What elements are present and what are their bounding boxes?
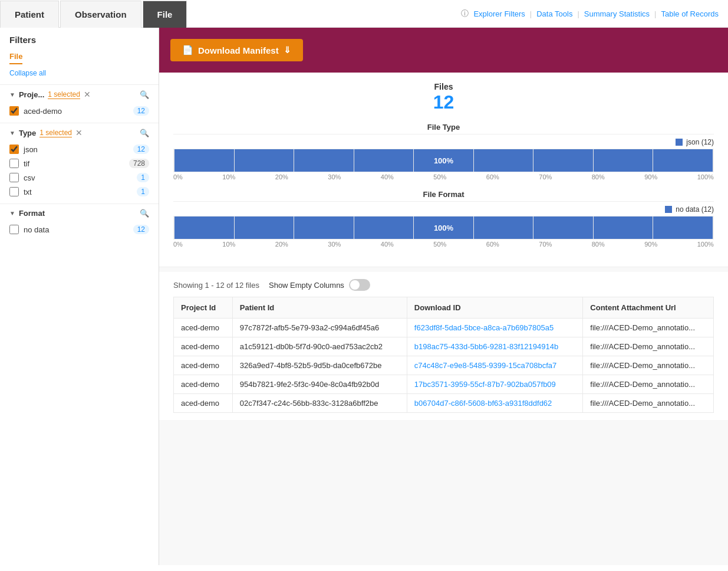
format-checkbox-no-data[interactable]: [9, 225, 19, 234]
cell-download-id[interactable]: 17bc3571-3959-55cf-87b7-902ba057fb09: [407, 375, 582, 394]
cell-project-id: aced-demo: [174, 394, 233, 413]
collapse-all-link[interactable]: Collapse all: [0, 67, 159, 80]
format-search-icon[interactable]: 🔍: [140, 209, 149, 218]
show-empty-toggle[interactable]: [349, 279, 370, 291]
file-format-chart: File Format no data (12): [173, 190, 714, 248]
separator-3: |: [654, 9, 656, 18]
project-checkbox-aced-demo[interactable]: [9, 106, 19, 116]
cell-project-id: aced-demo: [174, 319, 233, 337]
file-type-legend: json (12): [173, 138, 714, 146]
separator-1: |: [530, 9, 532, 18]
file-format-legend-text: no data (12): [676, 205, 714, 214]
cell-project-id: aced-demo: [174, 375, 233, 394]
cell-patient-id: a1c59121-db0b-5f7d-90c0-aed753ac2cb2: [232, 337, 407, 356]
show-empty-label-text: Show Empty Columns: [269, 281, 344, 290]
type-checkbox-csv[interactable]: [9, 173, 19, 182]
download-arrow-icon: ⇓: [284, 45, 291, 55]
format-count-no-data: 12: [133, 225, 149, 234]
file-type-legend-dot: [676, 139, 683, 146]
file-type-title: File Type: [173, 123, 714, 134]
format-filter-header[interactable]: ▼ Format 🔍: [9, 209, 149, 218]
type-count-json: 12: [133, 145, 149, 154]
show-empty-toggle-wrapper: Show Empty Columns: [269, 279, 370, 291]
project-search-icon[interactable]: 🔍: [140, 90, 149, 99]
type-count-txt: 1: [137, 187, 149, 196]
sidebar-title: Filters: [0, 35, 159, 50]
file-format-bar-wrap: 100% 0% 10% 20% 30% 40% 50% 60% 70% 80% …: [173, 216, 714, 248]
col-header-project-id: Project Id: [174, 297, 233, 319]
cell-project-id: aced-demo: [174, 356, 233, 375]
type-label-csv: csv: [24, 173, 132, 182]
file-format-legend-dot: [665, 206, 672, 213]
table-row: aced-demo 02c7f347-c24c-56bb-833c-3128a6…: [174, 394, 714, 413]
type-chevron-icon: ▼: [9, 130, 15, 136]
cell-patient-id: 97c7872f-afb5-5e79-93a2-c994a6df45a6: [232, 319, 407, 337]
download-manifest-button[interactable]: 📄 Download Manifest ⇓: [170, 39, 303, 61]
nav-link-table-of-records[interactable]: Table of Records: [661, 9, 719, 18]
table-row: aced-demo 326a9ed7-4bf8-52b5-9d5b-da0cef…: [174, 356, 714, 375]
table-row: aced-demo a1c59121-db0b-5f7d-90c0-aed753…: [174, 337, 714, 356]
format-label-no-data: no data: [24, 225, 129, 234]
project-filter-label: Proje...: [19, 90, 44, 99]
file-format-axis: 0% 10% 20% 30% 40% 50% 60% 70% 80% 90% 1…: [173, 241, 714, 248]
cell-patient-id: 954b7821-9fe2-5f3c-940e-8c0a4fb92b0d: [232, 375, 407, 394]
manifest-button-label: Download Manifest: [198, 45, 279, 55]
format-filter-item-no-data: no data 12: [9, 222, 149, 237]
type-filter-item-json: json 12: [9, 142, 149, 156]
tab-patient[interactable]: Patient: [0, 1, 59, 28]
type-count-tif: 728: [129, 159, 149, 168]
project-filter-item-aced-demo: aced-demo 12: [9, 104, 149, 118]
project-count-aced-demo: 12: [133, 106, 149, 116]
cell-content-url: file:///ACED-Demo_annotatio...: [583, 319, 714, 337]
top-nav-links: ⓘ Explorer Filters | Data Tools | Summar…: [461, 8, 728, 19]
files-label: Files: [173, 82, 714, 91]
col-header-patient-id: Patient Id: [232, 297, 407, 319]
cell-download-id[interactable]: c74c48c7-e9e8-5485-9399-15ca708bcfa7: [407, 356, 582, 375]
nav-link-summary-statistics[interactable]: Summary Statistics: [584, 9, 650, 18]
stats-panel: Files 12 File Type json (12): [159, 73, 728, 267]
type-count-csv: 1: [137, 173, 149, 182]
separator-2: |: [577, 9, 579, 18]
cell-content-url: file:///ACED-Demo_annotatio...: [583, 394, 714, 413]
format-chevron-icon: ▼: [9, 210, 15, 216]
project-label-aced-demo: aced-demo: [24, 107, 129, 116]
type-checkbox-txt[interactable]: [9, 187, 19, 196]
showing-text: Showing 1 - 12 of 12 files: [173, 281, 259, 290]
cell-download-id[interactable]: b06704d7-c86f-5608-bf63-a931f8ddfd62: [407, 394, 582, 413]
file-type-bar-wrap: 100% 0% 10% 20% 30% 40% 50% 60% 70% 80% …: [173, 149, 714, 181]
table-header-row: Project Id Patient Id Download ID Conten…: [174, 297, 714, 319]
type-filter-section: ▼ Type 1 selected ✕ 🔍 json 12 tif 728 cs…: [0, 123, 159, 204]
file-type-chart: File Type json (12): [173, 123, 714, 181]
type-label-json: json: [24, 145, 129, 154]
cell-download-id[interactable]: f623df8f-5dad-5bce-a8ca-a7b69b7805a5: [407, 319, 582, 337]
sidebar-file-tab[interactable]: File: [9, 50, 22, 64]
file-type-bar-fill: 100%: [174, 149, 713, 172]
project-filter-header[interactable]: ▼ Proje... 1 selected ✕ 🔍: [9, 90, 149, 99]
records-table: Project Id Patient Id Download ID Conten…: [173, 297, 714, 413]
cell-download-id[interactable]: b198ac75-433d-5bb6-9281-83f12194914b: [407, 337, 582, 356]
cell-content-url: file:///ACED-Demo_annotatio...: [583, 356, 714, 375]
type-filter-item-txt: txt 1: [9, 185, 149, 199]
tab-observation[interactable]: Observation: [60, 1, 141, 28]
col-header-content-url: Content Attachment Url: [583, 297, 714, 319]
file-format-bar-label: 100%: [434, 224, 453, 232]
nav-link-explorer-filters[interactable]: Explorer Filters: [473, 9, 525, 18]
file-format-bar-bg: 100%: [173, 216, 714, 239]
project-clear-button[interactable]: ✕: [84, 90, 91, 99]
type-filter-label: Type: [19, 129, 36, 137]
main-layout: Filters File Collapse all ▼ Proje... 1 s…: [0, 28, 728, 565]
format-filter-label: Format: [19, 209, 45, 218]
files-count-section: Files 12: [173, 82, 714, 113]
project-filter-section: ▼ Proje... 1 selected ✕ 🔍 aced-demo 12: [0, 84, 159, 123]
type-checkbox-json[interactable]: [9, 145, 19, 154]
file-type-bar-label: 100%: [434, 156, 453, 165]
nav-link-data-tools[interactable]: Data Tools: [536, 9, 572, 18]
file-format-bar-fill: 100%: [174, 216, 713, 239]
type-filter-header[interactable]: ▼ Type 1 selected ✕ 🔍: [9, 128, 149, 137]
type-checkbox-tif[interactable]: [9, 159, 19, 168]
type-clear-button[interactable]: ✕: [75, 128, 83, 137]
type-search-icon[interactable]: 🔍: [140, 129, 149, 137]
file-type-axis: 0% 10% 20% 30% 40% 50% 60% 70% 80% 90% 1…: [173, 173, 714, 181]
help-icon: ⓘ: [461, 8, 469, 19]
tab-file[interactable]: File: [143, 1, 187, 28]
